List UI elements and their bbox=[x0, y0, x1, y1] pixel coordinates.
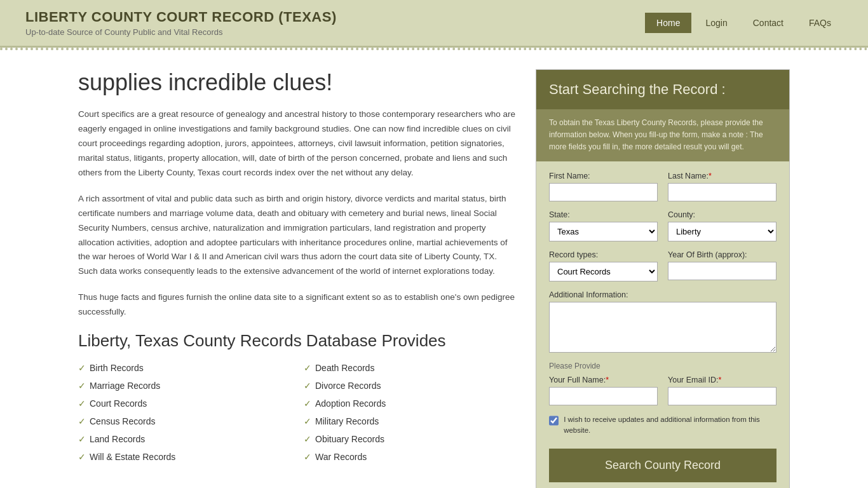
left-content: supplies incredible clues! Court specifi… bbox=[78, 69, 517, 488]
site-subtitle: Up-to-date Source of County Public and V… bbox=[25, 27, 337, 37]
main-container: supplies incredible clues! Court specifi… bbox=[53, 50, 815, 488]
required-indicator: * bbox=[709, 172, 712, 180]
search-county-record-button[interactable]: Search County Record bbox=[549, 449, 776, 482]
county-select[interactable]: Liberty Harris Dallas Bexar bbox=[668, 222, 776, 241]
nav-login[interactable]: Login bbox=[694, 13, 738, 33]
checkmark-icon: ✓ bbox=[304, 452, 311, 462]
record-label: Military Records bbox=[315, 416, 379, 426]
list-item: ✓ War Records bbox=[304, 450, 517, 464]
record-label: Adoption Records bbox=[315, 398, 386, 409]
county-label: County: bbox=[668, 210, 776, 219]
record-label: Will & Estate Records bbox=[90, 452, 175, 462]
record-label: Birth Records bbox=[90, 363, 144, 373]
please-provide-label: Please Provide bbox=[549, 362, 776, 370]
checkmark-icon: ✓ bbox=[304, 398, 311, 409]
year-group: Year Of Birth (approx): bbox=[668, 250, 776, 281]
newsletter-checkbox[interactable] bbox=[549, 416, 559, 426]
contact-row: Your Full Name:* Your Email ID:* bbox=[549, 376, 776, 405]
last-name-label: Last Name:* bbox=[668, 172, 776, 180]
additional-info-textarea[interactable] bbox=[549, 302, 776, 353]
record-type-group: Record types: Court Records Birth Record… bbox=[549, 250, 658, 281]
record-label: Census Records bbox=[90, 416, 156, 426]
additional-info-group: Additional Information: bbox=[549, 290, 776, 353]
email-label: Your Email ID:* bbox=[668, 376, 776, 384]
county-group: County: Liberty Harris Dallas Bexar bbox=[668, 210, 776, 241]
nav-faqs[interactable]: FAQs bbox=[797, 13, 843, 33]
full-name-input[interactable] bbox=[549, 387, 658, 405]
newsletter-label: I wish to receive updates and additional… bbox=[564, 414, 776, 437]
record-label: Marriage Records bbox=[90, 381, 160, 391]
record-type-select[interactable]: Court Records Birth Records Death Record… bbox=[549, 262, 658, 281]
last-name-group: Last Name:* bbox=[668, 172, 776, 201]
record-year-row: Record types: Court Records Birth Record… bbox=[549, 250, 776, 281]
record-label: Obituary Records bbox=[315, 434, 384, 444]
state-label: State: bbox=[549, 210, 658, 219]
full-name-group: Your Full Name:* bbox=[549, 376, 658, 405]
checkmark-icon: ✓ bbox=[304, 381, 311, 391]
record-label: Divorce Records bbox=[315, 381, 381, 391]
checkmark-icon: ✓ bbox=[304, 434, 311, 444]
required-indicator: * bbox=[718, 376, 721, 384]
panel-form: First Name: Last Name:* State: Texas Ala… bbox=[536, 161, 789, 488]
header-branding: LIBERTY COUNTY COURT RECORD (TEXAS) Up-t… bbox=[25, 9, 337, 37]
checkmark-icon: ✓ bbox=[304, 416, 311, 426]
panel-description: To obtain the Texas Liberty County Recor… bbox=[536, 109, 789, 161]
nav-home[interactable]: Home bbox=[645, 13, 691, 33]
email-input[interactable] bbox=[668, 387, 776, 405]
first-name-group: First Name: bbox=[549, 172, 658, 201]
site-title: LIBERTY COUNTY COURT RECORD (TEXAS) bbox=[25, 9, 337, 25]
list-item: ✓ Will & Estate Records bbox=[78, 450, 291, 464]
records-section-title: Liberty, Texas County Records Database P… bbox=[78, 331, 517, 351]
checkmark-icon: ✓ bbox=[78, 416, 86, 426]
checkmark-icon: ✓ bbox=[304, 363, 311, 373]
state-group: State: Texas Alabama Alaska Arizona Arka… bbox=[549, 210, 658, 241]
intro-paragraph-1: Court specifics are a great resource of … bbox=[78, 107, 517, 180]
checkmark-icon: ✓ bbox=[78, 398, 86, 409]
record-label: Death Records bbox=[315, 363, 374, 373]
list-item: ✓ Military Records bbox=[304, 414, 517, 428]
record-label: War Records bbox=[315, 452, 367, 462]
checkmark-icon: ✓ bbox=[78, 434, 86, 444]
intro-paragraph-2: A rich assortment of vital and public da… bbox=[78, 192, 517, 280]
list-item: ✓ Marriage Records bbox=[78, 379, 291, 393]
list-item: ✓ Divorce Records bbox=[304, 379, 517, 393]
first-name-label: First Name: bbox=[549, 172, 658, 180]
header: LIBERTY COUNTY COURT RECORD (TEXAS) Up-t… bbox=[0, 0, 868, 48]
list-item: ✓ Land Records bbox=[78, 432, 291, 446]
records-list: ✓ Birth Records ✓ Death Records ✓ Marria… bbox=[78, 361, 517, 464]
list-item: ✓ Court Records bbox=[78, 396, 291, 410]
state-select[interactable]: Texas Alabama Alaska Arizona Arkansas Ca… bbox=[549, 222, 658, 241]
list-item: ✓ Obituary Records bbox=[304, 432, 517, 446]
record-label: Land Records bbox=[90, 434, 145, 444]
list-item: ✓ Death Records bbox=[304, 361, 517, 375]
intro-paragraph-3: Thus huge facts and figures furnish the … bbox=[78, 290, 517, 320]
list-item: ✓ Census Records bbox=[78, 414, 291, 428]
email-group: Your Email ID:* bbox=[668, 376, 776, 405]
page-headline: supplies incredible clues! bbox=[78, 69, 517, 96]
year-label: Year Of Birth (approx): bbox=[668, 250, 776, 259]
state-county-row: State: Texas Alabama Alaska Arizona Arka… bbox=[549, 210, 776, 241]
last-name-input[interactable] bbox=[668, 183, 776, 201]
record-type-label: Record types: bbox=[549, 250, 658, 259]
list-item: ✓ Birth Records bbox=[78, 361, 291, 375]
search-panel: Start Searching the Record : To obtain t… bbox=[536, 69, 790, 488]
additional-info-label: Additional Information: bbox=[549, 290, 776, 299]
list-item: ✓ Adoption Records bbox=[304, 396, 517, 410]
record-label: Court Records bbox=[90, 398, 147, 409]
main-nav: Home Login Contact FAQs bbox=[645, 13, 843, 33]
required-indicator: * bbox=[606, 376, 609, 384]
year-input[interactable] bbox=[668, 262, 776, 280]
newsletter-row: I wish to receive updates and additional… bbox=[549, 414, 776, 437]
first-name-input[interactable] bbox=[549, 183, 658, 201]
checkmark-icon: ✓ bbox=[78, 363, 86, 373]
checkmark-icon: ✓ bbox=[78, 452, 86, 462]
panel-title: Start Searching the Record : bbox=[536, 70, 789, 109]
name-row: First Name: Last Name:* bbox=[549, 172, 776, 201]
full-name-label: Your Full Name:* bbox=[549, 376, 658, 384]
nav-contact[interactable]: Contact bbox=[742, 13, 795, 33]
checkmark-icon: ✓ bbox=[78, 381, 86, 391]
